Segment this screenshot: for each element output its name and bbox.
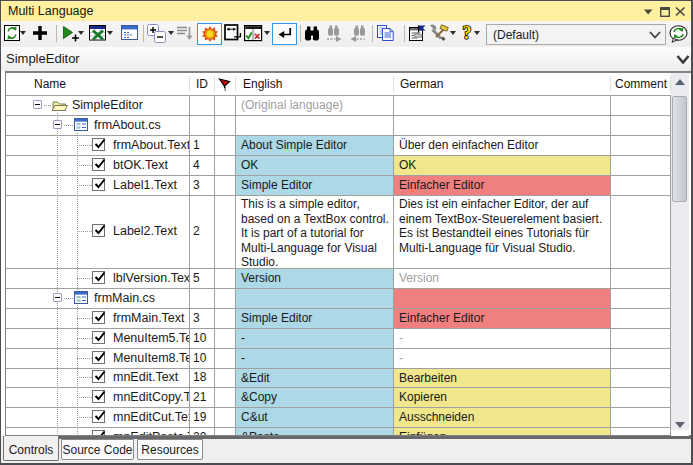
svg-text:?: ? bbox=[463, 24, 472, 43]
